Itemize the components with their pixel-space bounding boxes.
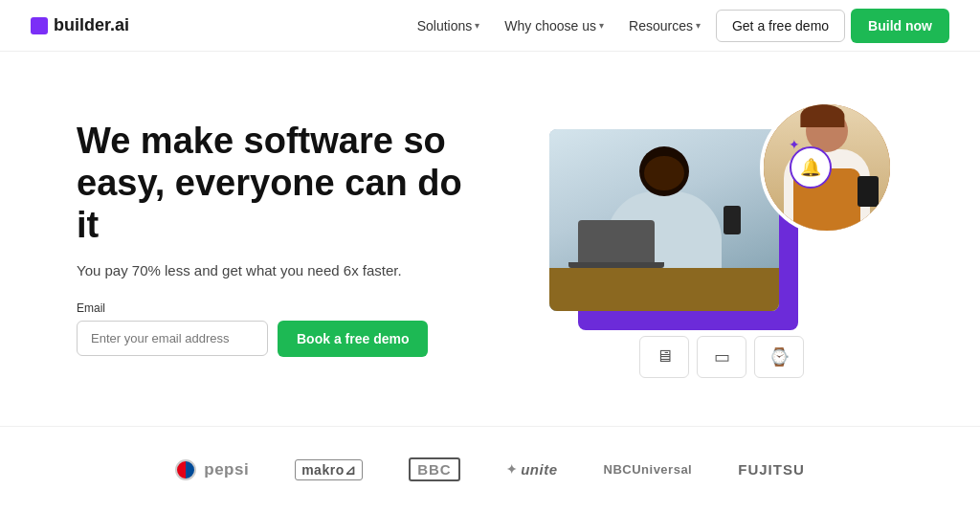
- nbcuniversal-logo: NBCUniversal: [604, 462, 693, 477]
- email-input[interactable]: [77, 321, 268, 356]
- device-icons-row: 🖥 ▭ ⌚: [639, 336, 804, 378]
- chevron-down-icon: ▾: [696, 20, 701, 31]
- email-label: Email: [77, 301, 479, 315]
- logo-text: builder.ai: [54, 15, 129, 35]
- header: builder.ai Solutions ▾ Why choose us ▾ R…: [0, 0, 980, 52]
- build-now-button[interactable]: Build now: [851, 9, 949, 43]
- desktop-icon-button[interactable]: 🖥: [639, 336, 689, 378]
- unite-logo: ✦ unite: [506, 461, 558, 478]
- hero-title: We make software so easy, everyone can d…: [77, 121, 479, 246]
- pepsi-logo: pepsi: [175, 459, 249, 480]
- hero-photo-main: [549, 129, 779, 311]
- makro-logo: makro⊿: [295, 459, 363, 480]
- fujitsu-logo: FUJITSU: [738, 461, 805, 478]
- nav-solutions[interactable]: Solutions ▾: [408, 12, 490, 39]
- chevron-down-icon: ▾: [475, 20, 479, 31]
- chevron-down-icon: ▾: [599, 20, 604, 31]
- get-demo-button[interactable]: Get a free demo: [716, 10, 845, 42]
- logo-icon: [31, 17, 48, 34]
- book-demo-button[interactable]: Book a free demo: [278, 321, 428, 357]
- email-form: Book a free demo: [77, 321, 479, 357]
- hero-left: We make software so easy, everyone can d…: [77, 121, 479, 356]
- nav-resources[interactable]: Resources ▾: [619, 12, 710, 39]
- partner-logos-bar: pepsi makro⊿ BBC ✦ unite NBCUniversal FU…: [0, 426, 980, 512]
- hero-subtitle: You pay 70% less and get what you need 6…: [77, 262, 479, 278]
- hero-illustration: 🔔 ✦ 🖥 ▭ ⌚: [521, 91, 923, 388]
- tablet-icon-button[interactable]: ▭: [697, 336, 746, 378]
- main-content: We make software so easy, everyone can d…: [0, 52, 980, 426]
- watch-icon-button[interactable]: ⌚: [754, 336, 804, 378]
- notification-icon: 🔔: [790, 146, 832, 189]
- logo[interactable]: builder.ai: [31, 15, 129, 35]
- nav-why-choose-us[interactable]: Why choose us ▾: [495, 12, 613, 39]
- pepsi-icon: [175, 459, 196, 480]
- spark-icon: ✦: [789, 137, 800, 152]
- bbc-logo: BBC: [409, 457, 460, 481]
- main-nav: Solutions ▾ Why choose us ▾ Resources ▾ …: [408, 9, 949, 43]
